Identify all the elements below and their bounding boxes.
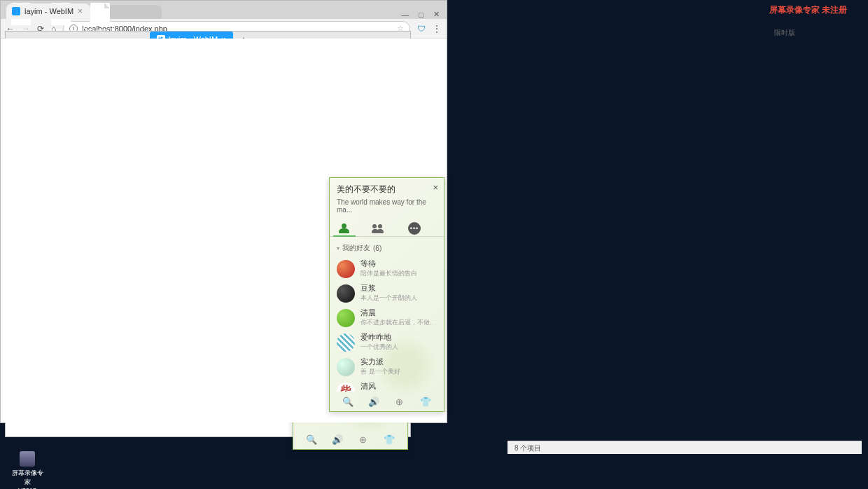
group-count: (6): [373, 245, 382, 252]
avatar: 柴: [337, 383, 355, 392]
skin-icon[interactable]: 👕: [420, 396, 431, 407]
browser-tab[interactable]: layim - WebIM ×: [6, 4, 90, 19]
friend-name: 等待: [360, 259, 437, 269]
close-icon[interactable]: ×: [433, 182, 438, 193]
add-icon[interactable]: ⊕: [394, 396, 405, 407]
close-icon[interactable]: ×: [78, 6, 83, 16]
minimize-icon[interactable]: —: [401, 11, 409, 19]
friend-item[interactable]: 清晨你不进步就在后退，不做温水里...: [330, 305, 444, 330]
add-icon[interactable]: ⊕: [358, 434, 369, 445]
dots-icon: •••: [408, 222, 421, 235]
close-icon[interactable]: ✕: [433, 10, 440, 19]
friend-item[interactable]: 爱咋咋地一个优秀的人: [330, 330, 444, 354]
tab-friends[interactable]: [337, 221, 352, 236]
my-signature[interactable]: The world makes way for the ma...: [337, 198, 437, 214]
skin-icon[interactable]: 👕: [384, 434, 395, 445]
tab-history[interactable]: •••: [407, 221, 422, 236]
group-name: 我的好友: [342, 243, 370, 253]
friend-name: 爱咋咋地: [360, 333, 437, 343]
watermark: 屏幕录像专家 未注册: [769, 4, 847, 16]
brand-label: 限时版: [774, 28, 795, 38]
friend-signature: 一个优秀的人: [360, 343, 437, 352]
sound-icon[interactable]: 🔊: [332, 434, 343, 445]
tab-favicon: [12, 7, 20, 15]
maximize-icon[interactable]: □: [419, 11, 424, 19]
desktop-icon-recorder[interactable]: 屏幕录像专家 V2015: [10, 451, 45, 489]
avatar: [337, 333, 355, 352]
search-icon[interactable]: 🔍: [342, 396, 354, 407]
my-nickname: 美的不要不要的: [337, 184, 437, 195]
friend-item[interactable]: 等待陪伴是最长情的告白: [330, 256, 444, 281]
friend-name: 清风: [360, 382, 437, 392]
friend-item[interactable]: 实力派善 是一个美好: [330, 354, 444, 379]
layim-footer: 🔍 🔊 ⊕ 👕: [293, 429, 407, 449]
layim-tabs: •••: [330, 216, 444, 237]
chrome-tab-strip: layim - WebIM × — □ ✕: [1, 1, 447, 19]
avatar: [337, 309, 355, 327]
friend-signature: 本人是一个开朗的人: [360, 294, 437, 303]
friend-item[interactable]: 豆浆本人是一个开朗的人: [330, 281, 444, 305]
group-icon: [372, 223, 386, 233]
friends-list: ▾ 我的好友 (6) 等待陪伴是最长情的告白豆浆本人是一个开朗的人清晨你不进步就…: [330, 237, 444, 392]
avatar: [337, 284, 355, 303]
avatar: [337, 260, 355, 278]
friend-signature: 你不进步就在后退，不做温水里...: [360, 318, 437, 327]
menu-icon[interactable]: ⋮: [433, 24, 441, 34]
friend-signature: 陪伴是最长情的告白: [360, 269, 437, 278]
browser-viewport: × 美的不要不要的 The world makes way for the ma…: [1, 39, 447, 422]
tab-groups[interactable]: [372, 221, 387, 236]
search-icon[interactable]: 🔍: [306, 434, 317, 445]
group-header[interactable]: ▾ 我的好友 (6): [330, 240, 444, 256]
layim-footer: 🔍 🔊 ⊕ 👕: [330, 392, 444, 411]
sound-icon[interactable]: 🔊: [368, 396, 379, 407]
friend-name: 实力派: [360, 357, 437, 367]
friend-signature: 善 是一个美好: [360, 367, 437, 376]
shield-icon[interactable]: 🛡: [417, 24, 426, 34]
explorer-status-bar: 8 个项目: [507, 441, 862, 454]
person-icon: [339, 223, 350, 233]
chrome-window: layim - WebIM × — □ ✕ 限时版 ← → ⟳ ⌂ i loca…: [0, 0, 447, 423]
friend-name: 豆浆: [360, 284, 437, 294]
friend-item[interactable]: 柴清风星光如昨: [330, 379, 444, 392]
avatar: [337, 358, 355, 376]
layim-panel: × 美的不要不要的 The world makes way for the ma…: [329, 177, 444, 412]
friend-name: 清晨: [360, 308, 437, 318]
icon-label: 屏幕录像专家: [10, 469, 45, 487]
tab-title: layim - WebIM: [24, 7, 74, 15]
chevron-down-icon: ▾: [337, 245, 340, 252]
